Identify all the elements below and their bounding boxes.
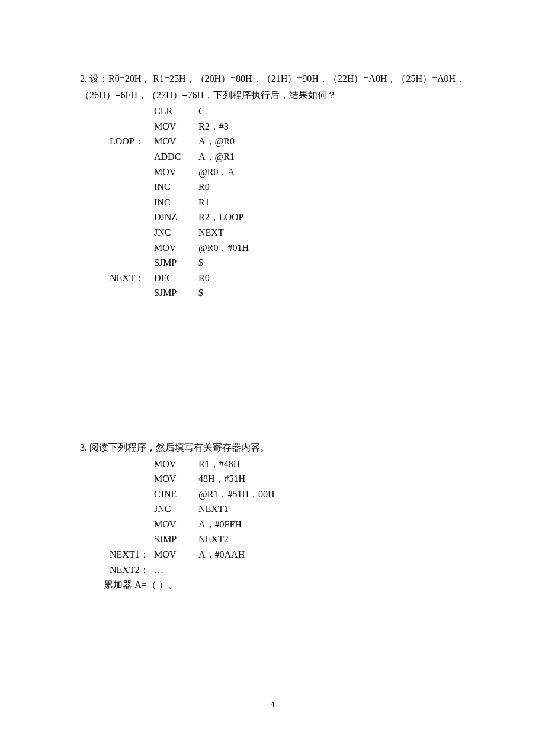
code-label (110, 179, 154, 195)
code-operand: $ (198, 255, 203, 271)
code-operand: R0 (198, 271, 210, 286)
code-mnemonic: ADDC (154, 149, 198, 165)
q3-code-block: MOVR1，#48H MOV48H，#51H CJNE@R1，#51H，00H … (110, 456, 477, 578)
code-line: LOOP：MOVA，@R0 (110, 134, 477, 149)
code-mnemonic: MOV (154, 165, 198, 180)
code-operand: @R0，A (198, 165, 235, 180)
code-line: MOVA，#0FFH (110, 517, 477, 532)
code-mnemonic: JNC (154, 501, 198, 517)
code-label (110, 104, 154, 119)
q2-code-block: CLRC MOVR2，#3 LOOP：MOVA，@R0 ADDCA，@R1 MO… (110, 104, 477, 301)
code-mnemonic: MOV (154, 240, 198, 256)
code-label: LOOP： (110, 134, 154, 149)
code-label (110, 165, 154, 180)
code-mnemonic: CJNE (154, 487, 198, 502)
code-mnemonic: MOV (154, 471, 198, 487)
code-operand: R2，LOOP (198, 210, 243, 225)
code-mnemonic: MOV (154, 134, 198, 149)
code-label: NEXT： (110, 271, 154, 286)
code-mnemonic: MOV (154, 456, 198, 472)
code-label (110, 225, 154, 240)
code-mnemonic: … (154, 562, 198, 578)
code-label (110, 195, 154, 210)
code-operand: R1 (198, 195, 210, 210)
code-operand: NEXT2 (198, 532, 229, 547)
code-label (110, 532, 154, 547)
code-line: INCR1 (110, 195, 477, 210)
code-label: NEXT1： (110, 547, 154, 562)
code-operand: C (198, 104, 205, 119)
code-line: NEXT2：… (110, 562, 477, 578)
code-label (110, 255, 154, 271)
code-line: ADDCA，@R1 (110, 149, 477, 165)
code-mnemonic: MOV (154, 119, 198, 134)
code-mnemonic: CLR (154, 104, 198, 119)
code-operand: A，#0AAH (198, 547, 245, 562)
code-mnemonic: SJMP (154, 532, 198, 547)
code-operand: @R0，#01H (198, 240, 249, 256)
q2-intro-line1: 2. 设：R0=20H， R1=25H，（20H）=80H，（21H）=90H，… (80, 71, 477, 86)
code-operand: R0 (198, 179, 210, 195)
code-line: JNCNEXT (110, 225, 477, 240)
code-label (110, 517, 154, 532)
code-mnemonic: SJMP (154, 285, 198, 301)
code-line: DJNZR2，LOOP (110, 210, 477, 225)
code-line: MOV48H，#51H (110, 471, 477, 487)
code-mnemonic: SJMP (154, 255, 198, 271)
code-line: SJMP$ (110, 285, 477, 301)
code-label (110, 285, 154, 301)
code-label (110, 240, 154, 256)
code-mnemonic: DJNZ (154, 210, 198, 225)
code-label (110, 501, 154, 517)
code-operand: 48H，#51H (198, 471, 245, 487)
code-mnemonic: DEC (154, 271, 198, 286)
code-mnemonic: MOV (154, 547, 198, 562)
code-line: SJMP$ (110, 255, 477, 271)
code-line: MOV@R0，A (110, 165, 477, 180)
code-operand: R2，#3 (198, 119, 229, 134)
code-line: CLRC (110, 104, 477, 119)
code-line: CJNE@R1，#51H，00H (110, 487, 477, 502)
q3-intro: 3. 阅读下列程序，然后填写有关寄存器内容。 (80, 440, 477, 455)
code-operand: @R1，#51H，00H (198, 487, 275, 502)
code-mnemonic: INC (154, 179, 198, 195)
code-line: JNCNEXT1 (110, 501, 477, 517)
code-label (110, 471, 154, 487)
code-line: MOVR1，#48H (110, 456, 477, 472)
code-line: SJMPNEXT2 (110, 532, 477, 547)
code-mnemonic: JNC (154, 225, 198, 240)
code-line: MOV@R0，#01H (110, 240, 477, 256)
code-operand: R1，#48H (198, 456, 240, 472)
q3-answer-line: 累加器 A=（ ）。 (104, 577, 477, 593)
code-line: MOVR2，#3 (110, 119, 477, 134)
code-operand: A，#0FFH (198, 517, 242, 532)
q2-intro-line2: （26H）=6FH，（27H）=76H，下列程序执行后，结果如何？ (80, 88, 477, 103)
code-label (110, 119, 154, 134)
code-operand: A，@R1 (198, 149, 235, 165)
page-number: 4 (0, 697, 545, 712)
code-line: NEXT1：MOVA，#0AAH (110, 547, 477, 562)
code-operand: NEXT (198, 225, 224, 240)
question-2: 2. 设：R0=20H， R1=25H，（20H）=80H，（21H）=90H，… (80, 71, 477, 301)
code-label (110, 487, 154, 502)
code-operand: $ (198, 285, 203, 301)
code-label (110, 456, 154, 472)
code-line: INCR0 (110, 179, 477, 195)
question-3: 3. 阅读下列程序，然后填写有关寄存器内容。 MOVR1，#48H MOV48H… (80, 440, 477, 593)
code-label: NEXT2： (110, 562, 154, 578)
code-mnemonic: INC (154, 195, 198, 210)
code-line: NEXT：DECR0 (110, 271, 477, 286)
code-operand: NEXT1 (198, 501, 229, 517)
code-operand: A，@R0 (198, 134, 235, 149)
code-label (110, 149, 154, 165)
code-label (110, 210, 154, 225)
code-mnemonic: MOV (154, 517, 198, 532)
